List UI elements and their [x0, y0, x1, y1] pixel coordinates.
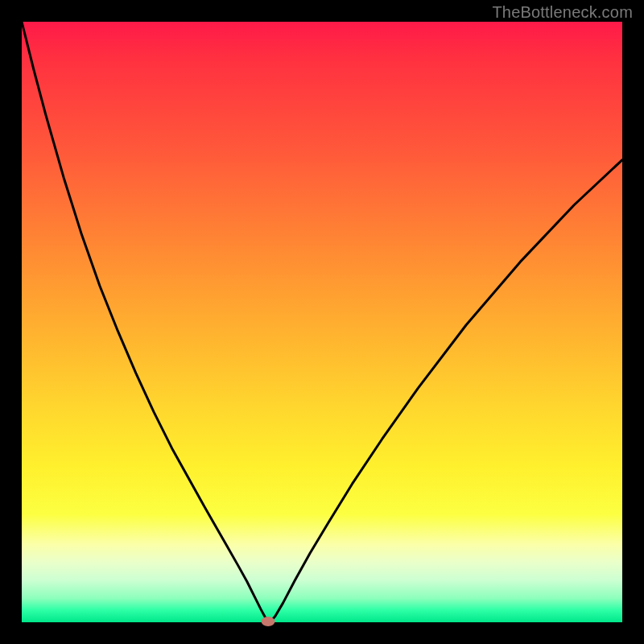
optimum-marker [261, 617, 275, 626]
plot-area [22, 22, 622, 622]
chart-frame: TheBottleneck.com [0, 0, 644, 644]
bottleneck-curve [22, 22, 622, 622]
watermark-text: TheBottleneck.com [492, 3, 633, 22]
